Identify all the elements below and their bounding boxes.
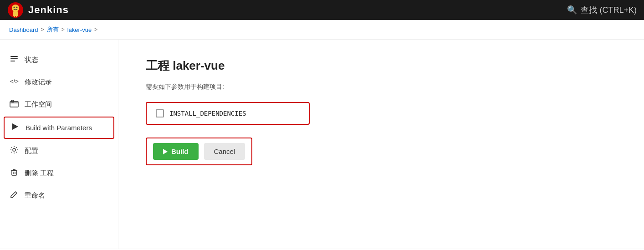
rename-icon [9,190,19,201]
sidebar-item-status[interactable]: 状态 [0,49,118,71]
breadcrumb: Dashboard > 所有 > laker-vue > [0,20,644,40]
jenkins-logo-icon [7,2,24,18]
changes-icon: </> [9,77,19,88]
svg-marker-14 [12,123,18,130]
svg-point-4 [16,7,18,8]
search-label: 查找 (CTRL+K) [581,5,637,15]
sidebar-label-build-with-params: Build with Parameters [26,124,92,132]
breadcrumb-dashboard[interactable]: Dashboard [9,26,38,33]
sidebar-item-changes[interactable]: </> 修改记录 [0,71,118,93]
svg-point-3 [14,7,15,8]
sidebar-label-config: 配置 [25,147,38,155]
breadcrumb-sep-1: > [41,26,44,33]
page-title: 工程 laker-vue [146,58,617,74]
sidebar-item-delete[interactable]: 删除 工程 [0,162,118,184]
breadcrumb-sep-2: > [61,26,65,33]
sidebar-label-delete: 删除 工程 [25,169,54,178]
logo-area: Jenkins [7,2,69,18]
sidebar-label-workspace: 工作空间 [25,100,52,109]
svg-rect-8 [10,56,18,57]
subtitle: 需要如下参数用于构建项目: [146,83,617,91]
status-icon [9,54,19,66]
breadcrumb-project[interactable]: laker-vue [67,26,92,33]
sidebar-item-workspace[interactable]: 工作空间 [0,93,118,116]
search-icon: 🔍 [567,5,577,15]
play-icon [163,149,168,154]
sidebar-label-rename: 重命名 [25,191,45,200]
main-layout: 状态 </> 修改记录 工作空间 [0,40,644,249]
svg-rect-13 [11,100,14,102]
build-button-label: Build [171,148,189,155]
app-title: Jenkins [28,4,69,16]
breadcrumb-sep-3: > [94,26,97,33]
svg-text:</>: </> [10,78,19,85]
svg-point-15 [13,148,15,151]
config-icon [9,145,19,157]
sidebar-item-build-with-params[interactable]: Build with Parameters [4,117,114,139]
workspace-icon [9,99,19,110]
sidebar-item-rename[interactable]: 重命名 [0,184,118,207]
svg-rect-9 [10,58,18,59]
install-dependencies-label: INSTALL_DEPENDENCIES [169,110,246,117]
search-area[interactable]: 🔍 查找 (CTRL+K) [567,5,637,15]
build-button[interactable]: Build [153,143,199,160]
cancel-button[interactable]: Cancel [204,143,245,160]
build-params-icon [10,122,20,133]
header: Jenkins 🔍 查找 (CTRL+K) [0,0,644,20]
main-content: 工程 laker-vue 需要如下参数用于构建项目: INSTALL_DEPEN… [118,40,644,249]
install-dependencies-checkbox[interactable] [156,109,164,117]
svg-rect-16 [12,170,16,175]
svg-rect-7 [16,15,17,17]
parameter-box: INSTALL_DEPENDENCIES [146,102,310,125]
sidebar-label-status: 状态 [25,56,38,64]
action-buttons-group: Build Cancel [146,138,252,165]
delete-icon [9,168,19,179]
sidebar-item-config[interactable]: 配置 [0,140,118,162]
svg-rect-10 [10,61,15,61]
sidebar-label-changes: 修改记录 [25,78,52,87]
svg-rect-12 [10,102,18,107]
svg-rect-6 [14,15,15,17]
svg-rect-5 [13,11,18,16]
sidebar: 状态 </> 修改记录 工作空间 [0,40,118,249]
breadcrumb-all[interactable]: 所有 [47,26,59,34]
